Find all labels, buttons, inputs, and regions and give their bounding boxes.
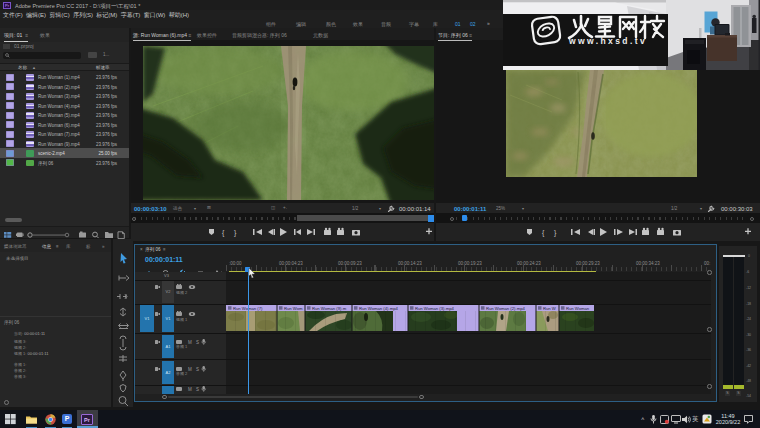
svg-text:S: S [196,387,199,392]
svg-text:}: } [554,229,557,237]
svg-text:{: { [222,229,225,237]
svg-text:M: M [188,387,192,392]
svg-text:S: S [196,367,199,372]
svg-text:Run Woman (4).mp4: Run Woman (4).mp4 [359,306,398,311]
svg-text:S: S [196,340,199,345]
svg-text:M: M [188,367,192,372]
svg-text:www.hxsd.tv: www.hxsd.tv [568,36,647,46]
svg-text:{: { [542,229,545,237]
svg-text:Run Woman: Run Woman [566,306,590,311]
svg-text:Run W: Run W [543,306,556,311]
svg-text:Run Woman (9).m: Run Woman (9).m [312,306,347,311]
svg-text:M: M [188,340,192,345]
svg-text:Run Woman (2).mp4: Run Woman (2).mp4 [486,306,525,311]
svg-text:Run Woman (3).mp4: Run Woman (3).mp4 [415,306,454,311]
svg-text:Run Wom: Run Wom [284,306,303,311]
svg-text:}: } [234,229,237,237]
